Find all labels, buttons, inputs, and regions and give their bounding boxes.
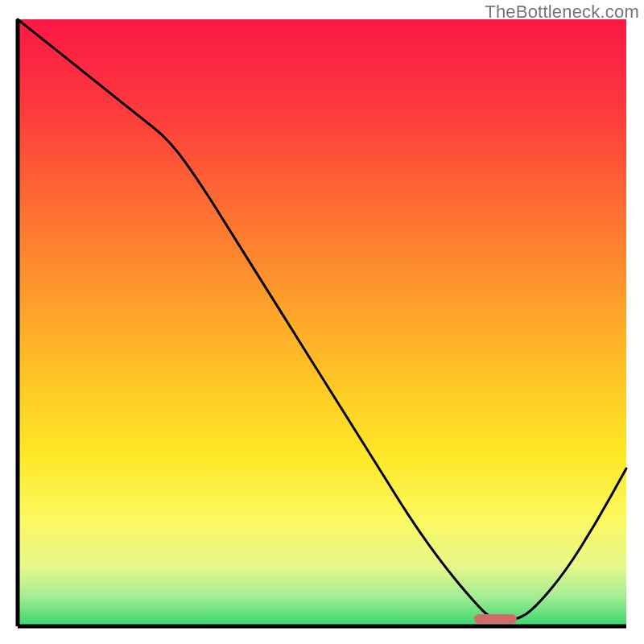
optimal-range-marker	[474, 614, 517, 624]
bottleneck-chart: TheBottleneck.com	[0, 0, 644, 644]
watermark-text: TheBottleneck.com	[485, 2, 639, 23]
plot-area	[18, 19, 626, 626]
gradient-background	[18, 19, 626, 626]
chart-svg	[0, 0, 644, 644]
